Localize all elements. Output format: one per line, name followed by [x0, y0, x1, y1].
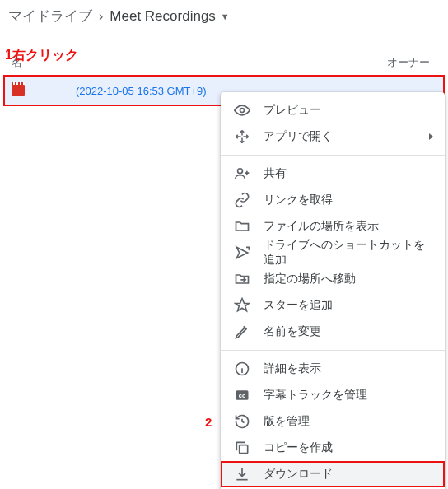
svg-point-1	[238, 169, 243, 174]
annotation-step-2: 2	[205, 415, 212, 429]
menu-label: 字幕トラックを管理	[264, 388, 367, 403]
menu-label: アプリで開く	[264, 129, 333, 144]
chevron-down-icon: ▼	[221, 12, 230, 21]
svg-point-0	[240, 109, 245, 113]
breadcrumb: マイドライブ › Meet Recordings ▼	[0, 0, 448, 34]
menu-label: スターを追加	[264, 298, 333, 313]
context-menu: プレビュー アプリで開く 共有 リンクを取得 ファイルの場所を表示 ドライブへの…	[221, 92, 445, 489]
menu-versions[interactable]: 版を管理	[221, 408, 445, 435]
video-file-icon	[12, 85, 25, 96]
menu-label: ファイルの場所を表示	[264, 219, 379, 234]
menu-label: 共有	[264, 166, 287, 181]
info-icon	[234, 361, 250, 377]
link-icon	[234, 192, 250, 208]
copy-icon	[234, 440, 250, 456]
folder-icon	[234, 218, 250, 235]
shortcut-icon	[234, 244, 250, 261]
menu-label: リンクを取得	[264, 193, 333, 207]
menu-label: コピーを作成	[264, 440, 333, 455]
person-add-icon	[234, 165, 250, 182]
menu-move-to[interactable]: 指定の場所へ移動	[221, 266, 445, 292]
pencil-icon	[234, 324, 250, 340]
breadcrumb-current[interactable]: Meet Recordings ▼	[110, 8, 229, 25]
folder-move-icon	[234, 271, 250, 287]
menu-add-shortcut[interactable]: ドライブへのショートカットを追加	[221, 240, 445, 266]
star-icon	[234, 297, 250, 314]
eye-icon	[234, 102, 250, 119]
download-icon	[234, 466, 250, 482]
menu-download[interactable]: ダウンロード	[221, 461, 445, 487]
menu-rename[interactable]: 名前を変更	[221, 319, 445, 345]
menu-label: ドライブへのショートカットを追加	[264, 238, 432, 268]
menu-separator	[221, 350, 445, 351]
column-header-name[interactable]: 名	[12, 55, 387, 70]
menu-label: プレビュー	[264, 103, 321, 118]
menu-captions[interactable]: cc 字幕トラックを管理	[221, 382, 445, 408]
menu-label: ダウンロード	[264, 467, 333, 482]
breadcrumb-current-label: Meet Recordings	[110, 8, 216, 25]
menu-open-with[interactable]: アプリで開く	[221, 123, 445, 150]
cc-icon: cc	[234, 387, 250, 403]
menu-add-star[interactable]: スターを追加	[221, 292, 445, 319]
breadcrumb-root[interactable]: マイドライブ	[8, 7, 92, 26]
menu-get-link[interactable]: リンクを取得	[221, 187, 445, 213]
menu-label: 版を管理	[264, 414, 310, 429]
svg-text:cc: cc	[239, 392, 245, 399]
menu-separator	[221, 155, 445, 156]
move-icon	[234, 129, 250, 144]
menu-preview[interactable]: プレビュー	[221, 97, 445, 123]
menu-make-copy[interactable]: コピーを作成	[221, 435, 445, 461]
column-header-owner[interactable]: オーナー	[387, 55, 436, 70]
menu-details[interactable]: 詳細を表示	[221, 356, 445, 382]
chevron-right-icon: ›	[99, 9, 103, 24]
svg-rect-5	[240, 445, 248, 454]
menu-label: 詳細を表示	[264, 361, 321, 376]
menu-show-location[interactable]: ファイルの場所を表示	[221, 213, 445, 240]
menu-label: 名前を変更	[264, 324, 321, 339]
menu-share[interactable]: 共有	[221, 161, 445, 187]
list-header: 名 オーナー	[0, 34, 448, 75]
history-icon	[234, 413, 250, 430]
menu-label: 指定の場所へ移動	[264, 272, 356, 286]
